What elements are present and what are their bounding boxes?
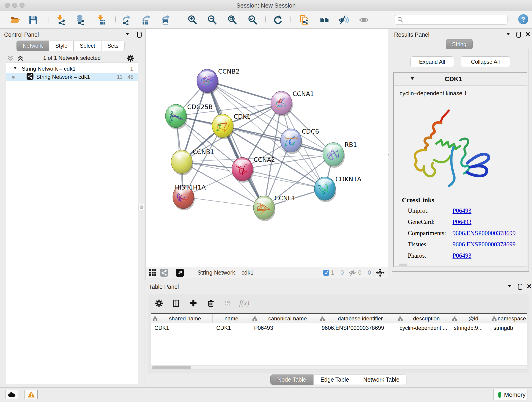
node-RB1[interactable] <box>323 143 345 168</box>
collapse-card-icon[interactable] <box>411 77 414 82</box>
cell-at-id[interactable]: stringdb:9... <box>450 323 490 332</box>
export-table-button[interactable] <box>141 14 152 26</box>
column-header-description[interactable]: description <box>396 314 450 323</box>
tab-network[interactable]: Network <box>17 41 49 51</box>
network-badge-icon[interactable] <box>160 269 168 277</box>
cdk1-card-header[interactable]: CDK1 <box>394 73 527 85</box>
search-field[interactable] <box>395 15 507 25</box>
table-row[interactable]: CDK1 CDK1 P06493 9606.ENSP00000378699 cy… <box>151 323 527 332</box>
column-header-namespace[interactable]: namespace <box>490 314 527 323</box>
import-network-database-button[interactable] <box>75 14 86 26</box>
cloud-button[interactable] <box>5 390 18 399</box>
panel-menu-icon[interactable] <box>506 33 510 37</box>
panel-menu-icon[interactable] <box>508 285 511 289</box>
search-input[interactable] <box>403 16 507 23</box>
edge-CCNB2-CCNE1[interactable] <box>207 81 264 208</box>
uniprot-link[interactable]: P06493 <box>452 207 472 214</box>
warnings-button[interactable] <box>25 390 38 399</box>
open-session-button[interactable] <box>10 14 21 26</box>
float-panel-button[interactable] <box>137 32 142 38</box>
left-splitter-handle[interactable] <box>138 204 144 210</box>
delete-column-button[interactable] <box>205 298 216 309</box>
collapse-tree-icon[interactable] <box>13 67 17 71</box>
zoom-fit-button[interactable] <box>227 14 238 26</box>
tissues-link[interactable]: 9606.ENSP00000378699 <box>452 241 515 248</box>
plus-icon <box>190 299 197 307</box>
column-header-at-id[interactable]: @id <box>450 314 490 323</box>
collapse-all-button[interactable]: Collapse All <box>461 56 510 67</box>
panel-menu-icon[interactable] <box>126 33 129 37</box>
export-image-button[interactable] <box>160 14 171 26</box>
save-session-button[interactable] <box>28 14 39 26</box>
column-header-shared-name[interactable]: shared name <box>151 314 213 323</box>
select-columns-button[interactable] <box>171 298 181 309</box>
column-header-database-identifier[interactable]: database identifier <box>318 314 396 323</box>
compartments-link[interactable]: 9606.ENSP00000378699 <box>452 230 515 237</box>
node-CCNB2[interactable] <box>197 69 219 95</box>
string-home-button[interactable] <box>319 14 330 26</box>
node-CCNA2[interactable] <box>232 157 254 183</box>
hide-glass-button[interactable] <box>338 14 349 26</box>
network-row-selected[interactable]: String Network – cdk1 11 48 <box>6 73 138 81</box>
close-panel-button[interactable]: ✕ <box>525 32 530 37</box>
import-table-file-button[interactable] <box>96 14 107 26</box>
node-CCNE1[interactable] <box>253 196 275 221</box>
cell-canonical-name[interactable]: P06493 <box>250 323 318 332</box>
export-network-button[interactable] <box>121 14 132 26</box>
network-snapshot-button[interactable] <box>299 14 310 26</box>
help-button[interactable]: ? <box>518 14 528 24</box>
cell-database-identifier[interactable]: 9606.ENSP00000378699 <box>318 323 396 332</box>
cell-name[interactable]: CDK1 <box>213 323 250 332</box>
tab-sets[interactable]: Sets <box>101 41 125 51</box>
float-panel-button[interactable] <box>516 32 521 38</box>
column-header-name[interactable]: name <box>213 314 250 323</box>
cell-shared-name[interactable]: CDK1 <box>151 323 213 332</box>
node-CDC25B[interactable] <box>165 104 187 129</box>
horizontal-scrollbar[interactable] <box>151 366 527 370</box>
network-canvas[interactable]: CCNB2CCNA1CDC25BCDK1CDC6RB1CCNB1CCNA2CDK… <box>146 29 388 267</box>
node-table: shared name name canonical name database… <box>151 313 527 365</box>
selected-checkbox[interactable] <box>323 270 329 276</box>
zoom-in-button[interactable] <box>187 14 198 26</box>
show-view-button[interactable] <box>358 14 369 26</box>
cell-namespace[interactable]: stringdb <box>490 323 527 332</box>
pharos-link[interactable]: P06493 <box>452 252 472 259</box>
zoom-out-button[interactable] <box>207 14 218 26</box>
birds-eye-icon[interactable] <box>376 268 385 277</box>
tab-edge-table[interactable]: Edge Table <box>313 375 356 385</box>
crosslink-label: GeneCard: <box>408 218 452 225</box>
network-collection-row[interactable]: String Network – cdk1 1 <box>6 65 138 73</box>
refresh-button[interactable] <box>272 14 283 26</box>
genecard-link[interactable]: P06493 <box>452 218 472 225</box>
node-CDC6[interactable] <box>280 129 302 154</box>
close-panel-button[interactable]: ✕ <box>526 283 532 289</box>
tab-network-table[interactable]: Network Table <box>356 375 406 385</box>
edge-HIST1H1A-CCNE1[interactable] <box>183 197 264 208</box>
delete-table-button[interactable] <box>223 298 234 309</box>
expand-all-button[interactable]: Expand All <box>410 56 454 67</box>
detach-view-icon[interactable] <box>176 269 184 277</box>
memory-button[interactable]: Memory <box>493 389 527 400</box>
tab-string[interactable]: String <box>446 39 473 49</box>
tab-node-table[interactable]: Node Table <box>270 375 313 385</box>
float-panel-button[interactable] <box>518 284 522 290</box>
import-network-file-button[interactable] <box>56 14 67 26</box>
cell-description[interactable]: cyclin-dependent ... <box>396 323 450 332</box>
add-column-button[interactable] <box>188 298 199 309</box>
edge-count: 48 <box>127 74 133 80</box>
scrollbar-thumb[interactable] <box>152 366 191 369</box>
column-header-canonical-name[interactable]: canonical name <box>250 314 318 323</box>
function-builder-button[interactable]: f(x) <box>239 299 249 307</box>
gear-icon[interactable] <box>127 54 134 62</box>
node-CDK1[interactable] <box>212 114 234 139</box>
node-CDKN1A[interactable] <box>314 177 336 202</box>
table-settings-button[interactable] <box>153 298 165 309</box>
tab-select[interactable]: Select <box>74 41 101 51</box>
scrollbar-stub[interactable] <box>399 264 407 266</box>
zoom-selected-button[interactable] <box>247 14 258 26</box>
edge-CCNA2-CDKN1A[interactable] <box>242 169 325 189</box>
node-CCNA1[interactable] <box>271 91 293 116</box>
tab-style[interactable]: Style <box>49 41 74 51</box>
zoom-selected-icon <box>248 15 258 25</box>
grid-view-icon[interactable] <box>149 269 157 277</box>
